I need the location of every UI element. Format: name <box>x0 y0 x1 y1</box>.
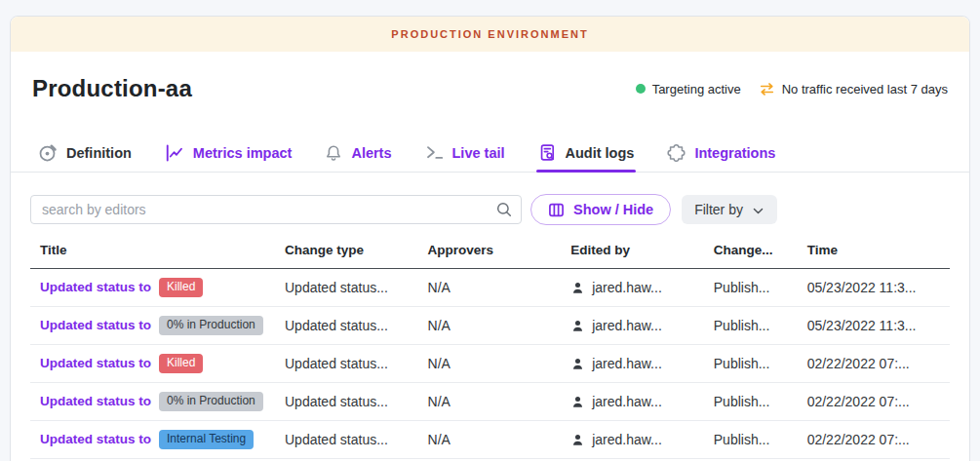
filter-by-button[interactable]: Filter by <box>682 195 777 224</box>
search-box <box>30 195 522 224</box>
terminal-icon <box>425 143 444 162</box>
filter-by-label: Filter by <box>694 202 743 217</box>
person-icon <box>570 395 585 409</box>
tab-definition-label: Definition <box>66 145 132 161</box>
row-title-link[interactable]: Updated status to <box>40 280 151 294</box>
row-title-link[interactable]: Updated status to <box>40 318 151 332</box>
targeting-status: Targeting active <box>636 82 741 96</box>
edited-by-name: jared.haw... <box>592 280 662 295</box>
cell-changed: Publish... <box>704 318 798 333</box>
status-badge: 0% in Production <box>159 392 263 411</box>
column-header-changed: Change... <box>704 243 798 257</box>
edited-by-name: jared.haw... <box>592 356 662 371</box>
environment-banner: PRODUCTION ENVIRONMENT <box>11 17 969 52</box>
status-badge: 0% in Production <box>159 316 263 335</box>
person-icon <box>570 357 585 371</box>
cell-approvers: N/A <box>418 394 562 409</box>
traffic-status: No traffic received last 7 days <box>759 81 948 97</box>
edited-by-name: jared.haw... <box>592 318 662 333</box>
column-header-time: Time <box>798 243 950 257</box>
definition-icon <box>38 143 58 163</box>
cell-edited-by: jared.haw... <box>561 318 704 333</box>
cell-time: 05/23/2022 11:3... <box>798 318 950 333</box>
cell-approvers: N/A <box>418 432 562 447</box>
cell-title: Updated status to Killed <box>30 278 275 297</box>
audit-log-table: Title Change type Approvers Edited by Ch… <box>30 225 950 459</box>
cell-changed: Publish... <box>704 280 798 295</box>
cell-approvers: N/A <box>418 318 562 333</box>
person-icon <box>570 281 585 295</box>
page-header: Production-aa Targeting active No traffi… <box>11 73 969 104</box>
audit-table-body: Updated status to Killed Updated status.… <box>30 269 950 459</box>
cell-changed: Publish... <box>704 432 798 447</box>
chevron-down-icon <box>752 205 764 217</box>
cell-change-type: Updated status... <box>275 318 418 333</box>
table-header-row: Title Change type Approvers Edited by Ch… <box>30 225 950 269</box>
targeting-status-label: Targeting active <box>652 82 741 96</box>
cell-edited-by: jared.haw... <box>561 394 704 409</box>
cell-approvers: N/A <box>418 280 562 295</box>
status-group: Targeting active No traffic received las… <box>636 81 948 97</box>
table-row[interactable]: Updated status to Internal Testing Updat… <box>30 421 950 459</box>
tab-audit-logs[interactable]: Audit logs <box>538 134 635 172</box>
traffic-status-label: No traffic received last 7 days <box>782 82 948 96</box>
table-row[interactable]: Updated status to Killed Updated status.… <box>30 345 950 383</box>
tab-alerts[interactable]: Alerts <box>325 134 391 172</box>
column-header-approvers: Approvers <box>418 243 562 257</box>
cell-changed: Publish... <box>704 394 798 409</box>
cell-edited-by: jared.haw... <box>561 432 704 447</box>
tab-live-tail[interactable]: Live tail <box>425 134 505 172</box>
table-row[interactable]: Updated status to 0% in Production Updat… <box>30 307 950 345</box>
row-title-link[interactable]: Updated status to <box>40 432 151 446</box>
search-input[interactable] <box>30 195 522 224</box>
status-badge: Killed <box>159 354 203 373</box>
cell-title: Updated status to 0% in Production <box>30 392 275 411</box>
table-row[interactable]: Updated status to 0% in Production Updat… <box>30 383 950 421</box>
tab-alerts-label: Alerts <box>351 145 391 161</box>
targeting-active-dot-icon <box>636 84 646 94</box>
tab-bar: Definition Metrics impact Alerts <box>11 134 969 173</box>
status-badge: Internal Testing <box>159 430 254 449</box>
cell-edited-by: jared.haw... <box>561 280 704 295</box>
table-toolbar: Show / Hide Filter by <box>30 194 950 225</box>
cell-change-type: Updated status... <box>275 432 418 447</box>
tab-metrics-impact[interactable]: Metrics impact <box>165 134 293 172</box>
bell-icon <box>325 144 342 162</box>
cell-time: 02/22/2022 07:... <box>798 432 950 447</box>
puzzle-icon <box>667 143 686 162</box>
cell-title: Updated status to Killed <box>30 354 275 373</box>
row-title-link[interactable]: Updated status to <box>40 394 151 408</box>
cell-edited-by: jared.haw... <box>561 356 704 371</box>
column-header-edited-by: Edited by <box>561 243 704 257</box>
person-icon <box>570 433 585 447</box>
page-title: Production-aa <box>32 75 192 102</box>
cell-time: 02/22/2022 07:... <box>798 356 950 371</box>
cell-title: Updated status to Internal Testing <box>30 430 275 449</box>
edited-by-name: jared.haw... <box>592 394 662 409</box>
audit-logs-icon <box>538 143 557 162</box>
status-badge: Killed <box>159 278 203 297</box>
tab-integrations[interactable]: Integrations <box>667 134 775 172</box>
show-hide-button[interactable]: Show / Hide <box>530 194 671 225</box>
row-title-link[interactable]: Updated status to <box>40 356 151 370</box>
cell-approvers: N/A <box>418 356 562 371</box>
cell-changed: Publish... <box>704 356 798 371</box>
cell-title: Updated status to 0% in Production <box>30 316 275 335</box>
columns-icon <box>548 202 565 218</box>
cell-change-type: Updated status... <box>275 394 418 409</box>
tab-audit-logs-label: Audit logs <box>566 145 635 161</box>
cell-change-type: Updated status... <box>275 356 418 371</box>
tab-definition[interactable]: Definition <box>38 134 132 172</box>
swap-arrows-icon <box>759 81 775 97</box>
tab-metrics-impact-label: Metrics impact <box>193 145 293 161</box>
show-hide-label: Show / Hide <box>573 202 653 217</box>
cell-time: 05/23/2022 11:3... <box>798 280 950 295</box>
column-header-change-type: Change type <box>275 243 418 257</box>
cell-time: 02/22/2022 07:... <box>798 394 950 409</box>
tab-live-tail-label: Live tail <box>452 145 505 161</box>
metrics-impact-icon <box>165 143 184 163</box>
edited-by-name: jared.haw... <box>592 432 662 447</box>
cell-change-type: Updated status... <box>275 280 418 295</box>
column-header-title: Title <box>30 243 275 257</box>
table-row[interactable]: Updated status to Killed Updated status.… <box>30 269 950 307</box>
